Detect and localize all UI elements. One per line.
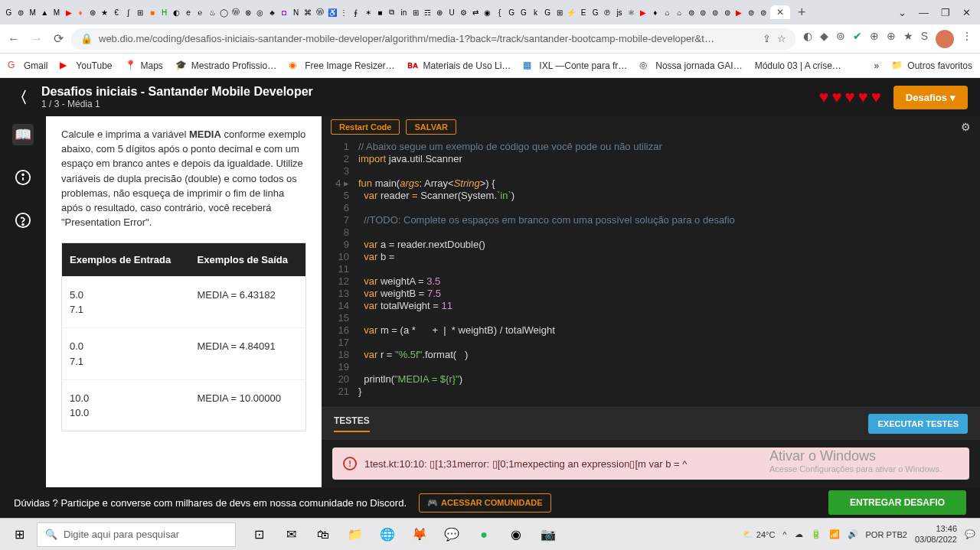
tab-icon[interactable]: ⊚ [697,5,709,20]
bookmark-materiais[interactable]: ʙᴀMateriais de Uso Li… [407,60,511,72]
bookmark-maps[interactable]: 📍Maps [125,60,163,72]
nav-back-icon[interactable]: ← [8,32,20,46]
tab-icon[interactable]: ■ [147,5,158,20]
tab-icon[interactable]: ⊕ [434,5,446,20]
profile-avatar[interactable] [936,30,954,48]
language-indicator[interactable]: POR PTB2 [866,530,907,539]
tab-icon[interactable]: ⚛ [626,5,637,20]
extension-icon[interactable]: ✔ [853,30,862,48]
tab-icon[interactable]: ⊞ [554,5,565,20]
tab-icon[interactable]: ⊚ [15,5,27,20]
bookmark-gmail[interactable]: GGmail [8,60,47,72]
bookmark-resizer[interactable]: ◉Free Image Resizer… [289,60,394,72]
info-icon[interactable] [12,167,34,188]
mail-icon[interactable]: ✉ [276,522,306,548]
tab-icon[interactable]: ♿ [326,5,338,20]
edge-icon[interactable]: 🌐 [372,522,403,548]
app-icon[interactable]: 📷 [533,522,564,548]
tab-icon[interactable]: ⋮ [338,5,350,20]
network-icon[interactable]: 📶 [829,529,840,539]
tab-icon[interactable]: ℗ [602,5,613,20]
close-tab-icon[interactable]: ✕ [776,7,784,18]
tab-icon[interactable]: M [27,5,38,20]
tab-icon[interactable]: ⊚ [757,5,769,20]
tab-icon[interactable]: ⊚ [746,5,757,20]
tab-icon[interactable]: ◐ [171,5,182,20]
save-button[interactable]: SALVAR [406,119,456,135]
extension-icon[interactable]: ⊕ [887,30,896,48]
url-input[interactable]: 🔒 web.dio.me/coding/desafios-iniciais-sa… [71,28,795,50]
extension-icon[interactable]: ◆ [820,30,828,48]
tab-icon[interactable]: ★ [99,5,110,20]
tab-icon[interactable]: ♦ [650,5,662,20]
bookmark-mestrado[interactable]: 🎓Mestrado Profissio… [175,60,276,72]
firefox-icon[interactable]: 🦊 [404,522,435,548]
desafios-button[interactable]: Desafios▾ [893,86,968,109]
extension-icon[interactable]: ◐ [803,30,812,48]
tab-icon[interactable]: ◯ [219,5,230,20]
tab-icon[interactable]: ⊞ [135,5,146,20]
tab-icon[interactable]: ∮ [351,5,362,20]
new-tab-button[interactable]: + [792,5,812,21]
access-community-button[interactable]: 🎮 ACESSAR COMUNIDADE [419,493,551,513]
tab-icon[interactable]: E [578,5,590,20]
tab-icon[interactable]: ⧉ [387,5,398,20]
bookmark-gai[interactable]: ◎Nossa jornada GAI… [639,60,742,72]
tab-icon[interactable]: ⚙ [458,5,469,20]
tests-tab[interactable]: TESTES [334,415,370,432]
extension-icon[interactable]: ⊕ [870,30,879,48]
tab-icon[interactable]: H [158,5,170,20]
tab-icon[interactable]: ✶ [362,5,374,20]
extension-icon[interactable]: ⊚ [836,30,845,48]
tab-icon[interactable]: ◘ [279,5,290,20]
tab-icon[interactable]: ⚡ [566,5,577,20]
start-button[interactable]: ⊞ [5,522,34,548]
tab-icon[interactable]: js [614,5,626,20]
star-icon[interactable]: ☆ [777,33,786,44]
tab-icon[interactable]: ⌂ [674,5,685,20]
tab-icon[interactable]: ■ [374,5,386,20]
tab-icon[interactable]: ♦ [75,5,87,20]
tab-icon[interactable]: ⊚ [721,5,733,20]
window-minimize[interactable]: — [919,7,929,18]
tab-icon[interactable]: ⊛ [87,5,98,20]
bookmarks-more[interactable]: » [874,60,880,71]
tab-icon[interactable]: ◉ [482,5,494,20]
task-view-icon[interactable]: ⊡ [243,522,274,548]
taskbar-search[interactable]: 🔍 Digite aqui para pesquisar [37,522,236,547]
bookmark-modulo[interactable]: Módulo 03 | A crise… [755,60,841,71]
tab-icon[interactable]: Ⓦ [315,5,326,20]
tab-icon[interactable]: ♣ [266,5,278,20]
tab-icon[interactable]: ⊚ [710,5,721,20]
run-tests-button[interactable]: EXECUTAR TESTES [868,414,968,434]
notification-icon[interactable]: 💬 [965,529,975,539]
tab-icon[interactable]: ∫ [122,5,134,20]
tab-icon[interactable]: ⊞ [410,5,422,20]
tab-icon[interactable]: U [446,5,458,20]
window-close[interactable]: ✕ [962,7,971,18]
menu-icon[interactable]: ⋮ [962,30,972,48]
tab-icon[interactable]: ⌘ [302,5,314,20]
book-icon[interactable]: 📖 [12,124,34,145]
explorer-icon[interactable]: 📁 [340,522,371,548]
onedrive-icon[interactable]: ☁ [795,529,803,539]
submit-challenge-button[interactable]: ENTREGAR DESAFIO [828,490,966,515]
other-bookmarks[interactable]: 📁Outros favoritos [891,60,972,72]
weather-widget[interactable]: ⛅ 24°C [743,529,776,539]
help-icon[interactable] [12,210,34,231]
tab-icon[interactable]: ℮ [194,5,206,20]
tab-icon[interactable]: ◎ [254,5,266,20]
active-tab[interactable]: ✕ [770,5,790,19]
clock[interactable]: 13:46 03/08/2022 [915,524,957,544]
bookmark-ixl[interactable]: ▦IXL —Conte para fr… [523,60,627,72]
tab-icon[interactable]: G [590,5,601,20]
store-icon[interactable]: 🛍 [308,522,338,548]
tab-icon[interactable]: ⇄ [470,5,482,20]
window-maximize[interactable]: ❐ [941,7,950,18]
spotify-icon[interactable]: ● [469,522,499,548]
back-button[interactable]: 〈 [12,87,28,108]
extension-icon[interactable]: ★ [903,30,913,48]
tab-icon[interactable]: G [542,5,554,20]
tab-icon[interactable]: ♨ [207,5,218,20]
tab-icon[interactable]: € [111,5,122,20]
